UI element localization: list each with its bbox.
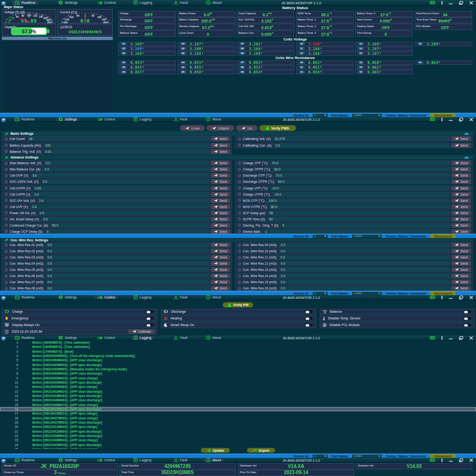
toggle-switch[interactable] bbox=[305, 310, 313, 313]
maximize-icon[interactable] bbox=[459, 1, 463, 5]
setting-input[interactable]: 2.5 bbox=[38, 211, 209, 215]
menu-item-about[interactable]: About bbox=[204, 336, 223, 339]
send-button[interactable]: Send bbox=[451, 217, 471, 221]
port-select[interactable]: COM3▼ bbox=[352, 455, 382, 458]
export-button[interactable]: Export bbox=[247, 448, 275, 453]
battery-type-lifepo4-button[interactable]: Lifepo4 bbox=[207, 125, 234, 131]
send-button[interactable]: Send bbox=[451, 167, 471, 171]
setting-input[interactable]: 0.0 bbox=[279, 287, 450, 290]
maximize-icon[interactable] bbox=[459, 458, 463, 462]
menu-item-realtime[interactable]: Realtime bbox=[12, 336, 37, 339]
calibrate-button[interactable]: Calibrate bbox=[128, 329, 155, 334]
menu-item-fault[interactable]: Fault bbox=[171, 458, 190, 462]
log-row[interactable]: 1 Before [16H50M57S] - [Time calibration… bbox=[0, 340, 476, 345]
toggle-switch[interactable] bbox=[463, 310, 471, 313]
menu-item-fault[interactable]: Fault bbox=[171, 0, 190, 5]
setting-input[interactable]: 0.0 bbox=[46, 243, 209, 247]
setting-input[interactable]: 51.078 bbox=[273, 137, 450, 140]
setting-input[interactable]: 5 bbox=[280, 224, 450, 227]
log-row[interactable]: 19 Before [35D19H37M59S] - [APP close di… bbox=[0, 420, 476, 425]
log-row[interactable]: 17 Before [35D19H15M21S] - [APP open cha… bbox=[0, 411, 476, 416]
send-button[interactable]: Send bbox=[210, 179, 230, 184]
setting-input[interactable]: 0.0 bbox=[279, 262, 450, 265]
menu-item-about[interactable]: About bbox=[204, 118, 223, 121]
send-button[interactable]: Send bbox=[210, 149, 230, 154]
menu-item-settings[interactable]: Settings bbox=[56, 336, 79, 339]
setting-input[interactable]: 0.0 bbox=[46, 249, 209, 253]
toggle-switch[interactable] bbox=[146, 310, 154, 313]
log-row[interactable]: 4 Before [04D00H39M59S] - [Turn off the … bbox=[0, 354, 476, 358]
send-button[interactable]: Send bbox=[451, 255, 471, 259]
log-row[interactable]: 23 Before [35D21H38M04S] - [APP close ch… bbox=[0, 438, 476, 442]
send-button[interactable]: Send bbox=[210, 205, 230, 209]
disconnect-button[interactable]: Disconnect bbox=[430, 454, 456, 458]
send-button[interactable]: Send bbox=[451, 243, 471, 247]
menu-item-realtime[interactable]: Realtime bbox=[12, 0, 38, 5]
setting-input[interactable]: 0.0 bbox=[46, 274, 209, 278]
setting-input[interactable]: 0.0 bbox=[274, 144, 450, 147]
send-button[interactable]: Send bbox=[210, 261, 230, 266]
send-button[interactable]: Send bbox=[210, 137, 230, 141]
setting-input[interactable]: 0.0 bbox=[278, 256, 450, 259]
send-button[interactable]: Send bbox=[210, 167, 230, 171]
setting-input[interactable]: 60 bbox=[267, 218, 450, 221]
send-button[interactable]: Send bbox=[210, 161, 230, 165]
setting-input[interactable]: 80.0 bbox=[269, 205, 450, 208]
info-icon[interactable] bbox=[441, 336, 443, 340]
setting-input[interactable]: 0.01 bbox=[43, 150, 209, 153]
send-button[interactable]: Send bbox=[451, 223, 471, 228]
log-row[interactable]: 22 Before [35D21H38M04S] - [APP close di… bbox=[0, 434, 476, 438]
setting-input[interactable]: -10.0 bbox=[272, 193, 450, 196]
log-row[interactable]: 16 Before [35D19H15M21S] - [APP open dis… bbox=[0, 407, 476, 411]
send-button[interactable]: Send bbox=[451, 286, 471, 290]
log-row[interactable]: 7 Before [04D01H09M59S] - [Manually enab… bbox=[0, 367, 476, 371]
toggle-switch[interactable] bbox=[146, 317, 154, 320]
stepper-down-icon[interactable]: ▼ bbox=[324, 293, 326, 294]
info-icon[interactable] bbox=[441, 458, 443, 462]
setting-input[interactable]: 0.0 bbox=[46, 262, 209, 265]
menu-item-settings[interactable]: Settings bbox=[56, 0, 80, 5]
setting-input[interactable]: 3.2 bbox=[32, 193, 209, 196]
setting-input[interactable]: 0.0 bbox=[46, 287, 209, 290]
advance-settings-header[interactable]: Advance Settings bbox=[1, 155, 475, 160]
device-id-stepper[interactable]: 1▲▼ bbox=[313, 292, 327, 295]
maximize-icon[interactable] bbox=[459, 118, 463, 121]
menu-item-about[interactable]: About bbox=[204, 296, 223, 299]
battery-type-li-ion-button[interactable]: Li-ion bbox=[180, 125, 205, 131]
setting-input[interactable]: 100 bbox=[43, 144, 209, 147]
send-button[interactable]: Send bbox=[451, 249, 471, 253]
minimize-icon[interactable] bbox=[449, 296, 453, 299]
send-button[interactable]: Send bbox=[451, 179, 471, 184]
send-button[interactable]: Send bbox=[210, 211, 230, 215]
close-icon[interactable] bbox=[469, 118, 473, 121]
stepper-down-icon[interactable]: ▼ bbox=[324, 115, 326, 116]
log-row[interactable]: 24 Before [35D21H43M24S] - [APP open dis… bbox=[0, 443, 476, 447]
log-row[interactable]: 18 Before [35D19H37M59S] - [APP close ch… bbox=[0, 416, 476, 420]
verify-pw-button[interactable]: Verify PW bbox=[223, 302, 253, 307]
menu-item-about[interactable]: About bbox=[204, 0, 224, 5]
device-id-stepper[interactable]: 1▲▼ bbox=[313, 114, 327, 117]
send-button[interactable]: Send bbox=[210, 186, 230, 190]
setting-input[interactable]: 3.0 bbox=[44, 161, 209, 165]
send-button[interactable]: Send bbox=[210, 192, 230, 197]
info-icon[interactable] bbox=[441, 118, 443, 121]
port-select[interactable]: COM3▼ bbox=[352, 292, 382, 295]
setting-input[interactable]: 0.0 bbox=[279, 268, 450, 271]
menu-item-about[interactable]: About bbox=[204, 458, 223, 462]
setting-input[interactable]: 60.0 bbox=[276, 180, 450, 183]
setting-input[interactable]: 3.5 bbox=[41, 218, 209, 221]
menu-item-settings[interactable]: Settings bbox=[56, 118, 79, 121]
setting-input[interactable]: 2.6 bbox=[30, 205, 209, 208]
collapse-chevron-icon[interactable] bbox=[464, 132, 469, 135]
send-button[interactable]: Send bbox=[451, 261, 471, 266]
send-button[interactable]: Send bbox=[451, 211, 471, 215]
close-icon[interactable] bbox=[469, 296, 473, 299]
menu-item-fault[interactable]: Fault bbox=[171, 296, 190, 299]
log-row[interactable]: 3 Before [17H06M27S] - [Boot] bbox=[0, 349, 476, 354]
send-button[interactable]: Send bbox=[451, 192, 471, 197]
setting-input[interactable]: 0.0 bbox=[279, 274, 450, 278]
send-button[interactable]: Send bbox=[210, 143, 230, 148]
setting-input[interactable]: 70.0 bbox=[270, 161, 450, 165]
setting-input[interactable]: 0.0 bbox=[279, 249, 450, 253]
setting-input[interactable]: -20.0 bbox=[270, 187, 450, 190]
